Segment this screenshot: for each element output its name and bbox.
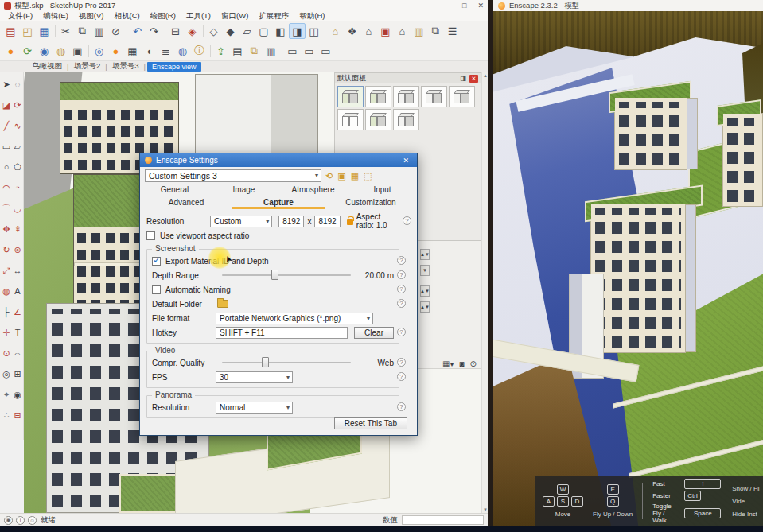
look-around-tool[interactable]: ◉ <box>12 384 23 405</box>
measure-input[interactable] <box>402 515 484 525</box>
tab-input[interactable]: Input <box>348 184 417 196</box>
tab-general[interactable]: General <box>140 184 209 196</box>
rotate-tool[interactable]: ↻ <box>1 239 12 260</box>
compr-quality-slider[interactable] <box>222 357 351 368</box>
lasso-tool[interactable]: ◌ <box>12 74 23 95</box>
print-icon[interactable]: ⊟ <box>167 23 184 39</box>
model-info-icon[interactable]: ◈ <box>184 23 200 39</box>
eraser-tool[interactable]: ◪ <box>1 95 12 115</box>
pie-tool[interactable]: ◔ <box>12 177 23 198</box>
position-camera-tool[interactable]: ⌖ <box>1 384 12 405</box>
batch-render-icon[interactable]: ⧉ <box>246 43 263 59</box>
auto-naming-checkbox[interactable] <box>152 285 161 294</box>
grid-dropdown-icon[interactable]: ▦▾ <box>442 359 454 368</box>
save-preset-icon[interactable]: ▣ <box>337 171 345 181</box>
style-thumbnail[interactable] <box>337 109 364 130</box>
minimize-button[interactable]: — <box>444 2 451 10</box>
menu-item[interactable]: 窗口(W) <box>216 11 253 21</box>
tab-atmosphere[interactable]: Atmosphere <box>278 184 348 196</box>
line-tool[interactable]: ╱ <box>1 115 12 136</box>
date-dropdown-icon[interactable]: ▼ <box>420 265 430 276</box>
menu-list-icon[interactable]: ☰ <box>444 23 461 39</box>
panel-scrollbar[interactable]: ▲ ▼ <box>481 72 488 513</box>
help-icon[interactable] <box>397 328 406 336</box>
settings-sliders-icon[interactable]: ≣ <box>158 43 174 59</box>
house-outline-icon[interactable]: ⌂ <box>394 23 411 39</box>
rotated-rectangle-tool[interactable]: ▱ <box>12 136 23 157</box>
style-monochrome-icon[interactable]: ◫ <box>306 23 322 39</box>
scene-tab[interactable]: 场景号2 <box>70 61 103 72</box>
save-icon[interactable]: ▦ <box>36 23 53 39</box>
style-thumbnail[interactable] <box>365 86 391 107</box>
text-tool[interactable]: A <box>12 281 23 301</box>
style-thumbnail[interactable] <box>393 109 419 130</box>
help-icon[interactable] <box>397 285 406 293</box>
three-point-arc-tool[interactable]: ◡ <box>12 198 23 219</box>
live-update-icon[interactable]: ⟳ <box>19 43 36 59</box>
help-icon[interactable]: i <box>16 516 25 525</box>
help-icon[interactable] <box>397 372 406 381</box>
menu-item[interactable]: 帮助(H) <box>294 11 329 21</box>
help-icon[interactable] <box>403 216 411 225</box>
scale-tool[interactable]: ⤢ <box>1 260 12 281</box>
view-select-icon[interactable]: ▭ <box>317 43 334 59</box>
orbit-tool[interactable]: ⊙ <box>1 343 12 363</box>
panel-close-icon[interactable]: ✕ <box>469 75 478 83</box>
screenshot-icon[interactable]: ▣ <box>69 43 86 59</box>
warehouse-icon[interactable]: ⌂ <box>327 23 344 39</box>
sound-icon[interactable]: ◖ <box>141 43 158 59</box>
reset-tab-button[interactable]: Reset This Tab <box>334 417 407 429</box>
home-icon[interactable]: ⌂ <box>360 23 377 39</box>
info-icon[interactable]: ⓘ <box>191 43 208 59</box>
save-as-preset-icon[interactable]: ▦ <box>351 171 359 181</box>
follow-me-tool[interactable]: ⟳ <box>12 95 23 115</box>
style-thumbnail[interactable] <box>421 86 447 107</box>
geo-icon[interactable]: ◉ <box>4 516 13 525</box>
view-manage-icon[interactable]: ▭ <box>284 43 301 59</box>
file-format-select[interactable]: Portable Network Graphics (*.png) <box>216 313 373 324</box>
pages-icon[interactable]: ⧉ <box>427 23 444 39</box>
feedback-icon[interactable]: ◍ <box>53 43 69 59</box>
style-wireframe-icon[interactable]: ▱ <box>239 23 255 39</box>
paint-bucket-tool[interactable]: ◍ <box>1 281 12 301</box>
help-icon[interactable] <box>397 358 406 367</box>
enscape-render-view[interactable]: W A S D Move E Q Fly Up / Down Fast ↑ <box>493 11 763 526</box>
view-edit-icon[interactable]: ▭ <box>301 43 317 59</box>
walk-tool[interactable]: ∴ <box>1 405 12 425</box>
video-path-icon[interactable]: ◎ <box>91 43 107 59</box>
freehand-tool[interactable]: ∿ <box>12 115 23 136</box>
toolbox-icon[interactable]: ▣ <box>377 23 394 39</box>
style-textured-icon[interactable]: ◨ <box>289 23 306 39</box>
threed-text-tool[interactable]: T <box>12 322 23 343</box>
folder-icon[interactable] <box>217 300 228 308</box>
fps-select[interactable]: 30 <box>216 371 293 383</box>
tab-image[interactable]: Image <box>209 184 278 196</box>
save-view-icon[interactable]: ▤ <box>229 43 246 59</box>
cut-icon[interactable]: ✂ <box>57 23 74 39</box>
arc-tool[interactable]: ◠ <box>1 177 12 198</box>
open-icon[interactable]: ◰ <box>19 23 36 39</box>
pan-tool[interactable]: ⇔ <box>12 343 23 363</box>
aspect-lock-icon[interactable] <box>347 219 353 225</box>
tab-advanced[interactable]: Advanced <box>140 196 232 209</box>
pin-icon[interactable]: ◨ <box>460 75 466 82</box>
style-shaded-icon[interactable]: ◧ <box>272 23 289 39</box>
erase-icon[interactable]: ⊘ <box>107 23 124 39</box>
style-back-edges-icon[interactable]: ◆ <box>222 23 239 39</box>
two-point-arc-tool[interactable]: ⌒ <box>1 198 12 219</box>
components-icon[interactable]: ❖ <box>344 23 360 39</box>
style-xray-icon[interactable]: ◇ <box>205 23 222 39</box>
menu-item[interactable]: 文件(F) <box>3 11 37 21</box>
menu-item[interactable]: 工具(T) <box>181 11 216 21</box>
reset-preset-icon[interactable]: ⟲ <box>325 171 333 181</box>
help-icon[interactable] <box>397 256 406 265</box>
new-icon[interactable]: ▤ <box>2 23 19 39</box>
dialog-titlebar[interactable]: Enscape Settings ✕ <box>140 153 417 167</box>
dimension-tool[interactable]: ↔ <box>12 260 23 281</box>
copy-icon[interactable]: ⧉ <box>74 23 91 39</box>
export-matid-checkbox[interactable] <box>152 257 161 266</box>
scene-tab[interactable]: 场景号3 <box>109 61 142 72</box>
material-grid-icon[interactable]: ▦ <box>124 43 141 59</box>
camera-icon[interactable]: ◙ <box>459 359 464 368</box>
upload-icon[interactable]: ⇪ <box>212 43 229 59</box>
